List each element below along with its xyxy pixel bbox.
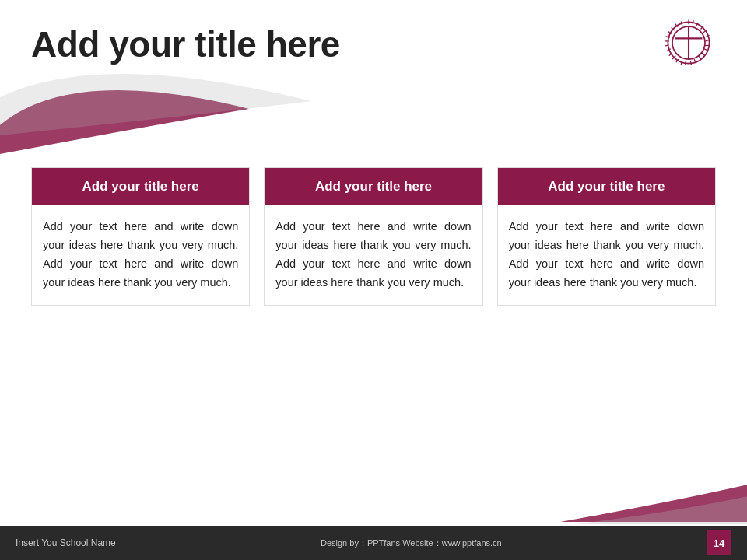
column-2-header: Add your title here bbox=[265, 168, 482, 205]
slide: Add your title here Add your title here … bbox=[0, 0, 747, 560]
column-3-header: Add your title here bbox=[498, 168, 715, 205]
footer: Insert You School Name Design by：PPTfans… bbox=[0, 526, 747, 560]
column-1-header: Add your title here bbox=[32, 168, 249, 205]
bottom-decoration bbox=[514, 479, 747, 526]
svg-line-11 bbox=[681, 61, 682, 65]
svg-line-8 bbox=[704, 49, 708, 51]
svg-line-9 bbox=[699, 56, 702, 59]
logo-icon bbox=[661, 16, 716, 70]
column-2-body: Add your text here and write down your i… bbox=[265, 205, 482, 305]
column-1: Add your title here Add your text here a… bbox=[31, 167, 250, 306]
svg-line-23 bbox=[686, 61, 686, 65]
columns-area: Add your title here Add your text here a… bbox=[31, 167, 716, 306]
column-2: Add your title here Add your text here a… bbox=[264, 167, 482, 306]
column-3-body: Add your text here and write down your i… bbox=[498, 205, 715, 305]
footer-school-label: Insert You School Name bbox=[16, 537, 116, 548]
main-title: Add your title here bbox=[31, 23, 340, 65]
svg-line-21 bbox=[701, 53, 704, 56]
svg-line-29 bbox=[681, 22, 682, 26]
logo-area bbox=[661, 16, 724, 78]
column-3: Add your title here Add your text here a… bbox=[497, 167, 716, 306]
column-1-body: Add your text here and write down your i… bbox=[32, 205, 249, 305]
footer-page-number: 14 bbox=[707, 530, 731, 555]
footer-credit: Design by：PPTfans Website：www.pptfans.cn bbox=[321, 537, 502, 549]
